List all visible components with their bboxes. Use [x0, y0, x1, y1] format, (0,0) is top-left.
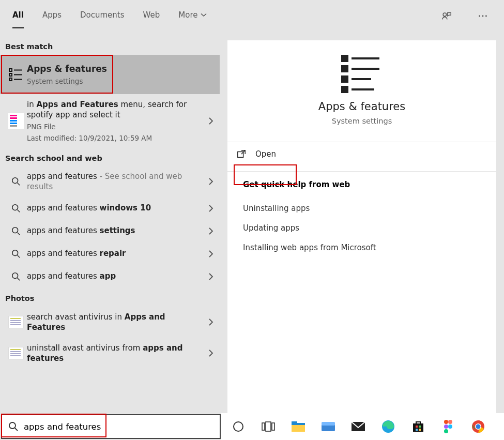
svg-rect-40	[322, 422, 335, 426]
photo-result[interactable]: search avast antivirus in Apps and Featu…	[0, 307, 220, 338]
svg-point-18	[12, 272, 18, 278]
keyboard-icon[interactable]	[320, 418, 337, 435]
svg-point-2	[482, 16, 484, 17]
top-tab-bar: All Apps Documents Web More	[0, 0, 504, 32]
svg-rect-46	[416, 429, 418, 431]
photo-thumbnail-icon	[5, 347, 27, 359]
web-suggestion[interactable]: apps and features windows 10	[0, 197, 220, 220]
svg-rect-22	[342, 66, 347, 71]
apps-features-large-icon	[339, 54, 385, 93]
tab-more[interactable]: More	[178, 10, 207, 27]
results-panel: Best match Apps & features System settin…	[0, 32, 220, 413]
svg-line-15	[18, 232, 20, 235]
search-icon	[5, 272, 27, 281]
chevron-right-icon	[208, 318, 213, 326]
search-icon	[5, 177, 27, 186]
result-best-apps-features[interactable]: Apps & features System settings	[0, 55, 220, 94]
svg-rect-38	[292, 423, 305, 425]
open-label: Open	[255, 149, 276, 159]
svg-point-12	[12, 204, 18, 210]
figma-icon[interactable]	[440, 418, 456, 435]
search-icon	[8, 421, 19, 432]
svg-rect-34	[266, 422, 271, 431]
detail-subtitle: System settings	[332, 117, 392, 125]
svg-rect-45	[419, 426, 421, 428]
chevron-right-icon	[208, 272, 213, 281]
svg-rect-44	[416, 426, 418, 428]
photo-thumbnail-icon	[5, 316, 27, 328]
web-suggestion[interactable]: apps and features app	[0, 265, 220, 288]
chevron-right-icon	[208, 250, 213, 258]
search-input[interactable]	[24, 422, 220, 432]
result-png-file[interactable]: in Apps and Features menu, search for sp…	[0, 94, 220, 148]
detail-title: Apps & features	[318, 100, 405, 113]
best-result-title: Apps & features	[27, 63, 201, 75]
tab-web[interactable]: Web	[143, 10, 160, 27]
chevron-right-icon	[208, 204, 213, 213]
web-suggestion[interactable]: apps and features - See school and web r…	[0, 166, 220, 197]
open-icon	[237, 149, 246, 159]
feedback-icon[interactable]	[438, 10, 455, 22]
tab-apps[interactable]: Apps	[42, 10, 62, 27]
search-icon	[5, 226, 27, 236]
chevron-right-icon	[208, 349, 213, 357]
svg-point-49	[448, 420, 452, 424]
file-result-modified: Last modified: 10/9/2021, 10:59 AM	[27, 133, 201, 143]
svg-point-50	[444, 424, 448, 429]
help-link-updating[interactable]: Updating apps	[243, 218, 481, 238]
svg-line-17	[18, 255, 20, 257]
svg-point-30	[9, 422, 16, 429]
svg-point-0	[443, 13, 446, 16]
chevron-down-icon	[201, 12, 207, 18]
svg-point-48	[444, 420, 448, 424]
svg-rect-6	[9, 73, 12, 76]
tab-all[interactable]: All	[12, 10, 24, 28]
web-suggestion-list: apps and features - See school and web r…	[0, 166, 220, 288]
file-result-title: in Apps and Features menu, search for sp…	[27, 99, 201, 120]
search-icon	[5, 249, 27, 259]
open-button[interactable]: Open	[227, 142, 496, 166]
detail-hero: Apps & features System settings	[227, 40, 496, 136]
svg-rect-20	[342, 56, 347, 61]
search-icon	[5, 204, 27, 213]
svg-rect-8	[9, 78, 12, 81]
mail-icon[interactable]	[350, 418, 366, 435]
file-explorer-icon[interactable]	[290, 418, 307, 435]
svg-point-51	[448, 424, 452, 429]
svg-rect-47	[419, 429, 421, 431]
best-result-subtitle: System settings	[27, 77, 201, 86]
cortana-icon[interactable]	[230, 418, 247, 435]
chevron-right-icon	[208, 117, 213, 125]
svg-rect-24	[342, 77, 347, 82]
help-link-uninstalling[interactable]: Uninstalling apps	[243, 199, 481, 218]
svg-line-31	[15, 428, 18, 431]
task-view-icon[interactable]	[260, 418, 277, 435]
file-thumbnail-icon	[5, 113, 27, 129]
svg-point-32	[234, 422, 243, 431]
web-suggestion[interactable]: apps and features repair	[0, 242, 220, 265]
help-section: Get quick help from web Uninstalling app…	[227, 172, 496, 266]
help-header: Get quick help from web	[243, 180, 481, 189]
section-photos: Photos	[0, 288, 220, 307]
more-options-icon[interactable]	[474, 10, 492, 22]
search-box[interactable]	[1, 414, 221, 439]
tab-more-label: More	[178, 10, 197, 20]
chrome-icon[interactable]	[470, 418, 486, 435]
section-best-match: Best match	[0, 32, 220, 55]
svg-rect-26	[342, 87, 347, 92]
store-icon[interactable]	[410, 418, 426, 435]
svg-point-10	[12, 178, 18, 184]
help-link-installing-web[interactable]: Installing web apps from Microsoft	[243, 238, 481, 257]
svg-point-16	[12, 250, 18, 255]
svg-line-19	[18, 278, 20, 280]
section-school-web: Search school and web	[0, 148, 220, 166]
svg-point-52	[444, 429, 448, 433]
web-suggestion[interactable]: apps and features settings	[0, 220, 220, 242]
svg-point-14	[12, 227, 18, 233]
file-result-type: PNG File	[27, 122, 201, 131]
photo-result[interactable]: uninstall avast antivirus from apps and …	[0, 338, 220, 369]
chevron-right-icon	[208, 177, 213, 186]
svg-line-13	[18, 209, 20, 212]
tab-documents[interactable]: Documents	[80, 10, 125, 27]
edge-icon[interactable]	[380, 418, 396, 435]
